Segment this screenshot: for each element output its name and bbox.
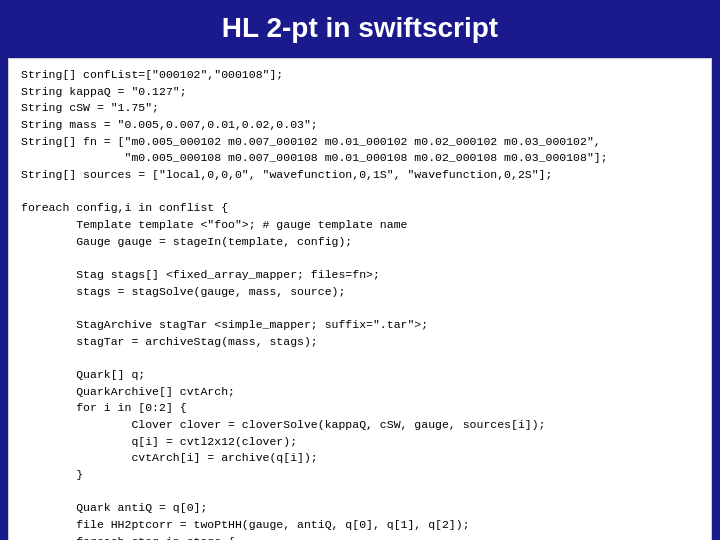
title-bar: HL 2-pt in swiftscript bbox=[0, 0, 720, 54]
code-block: String[] confList=["000102","000108"]; S… bbox=[21, 67, 699, 540]
code-container: String[] confList=["000102","000108"]; S… bbox=[8, 58, 712, 540]
page-title: HL 2-pt in swiftscript bbox=[222, 12, 498, 43]
